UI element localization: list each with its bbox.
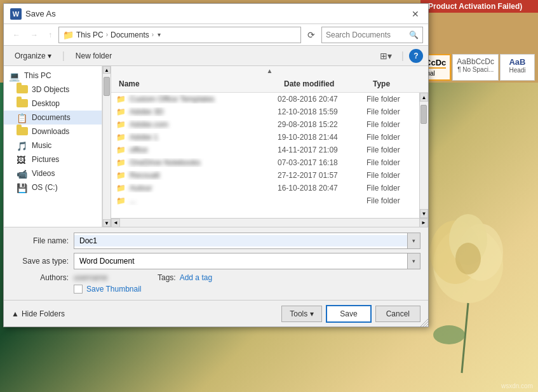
filename-input[interactable] — [74, 235, 407, 247]
file-list-header: Name Date modified Type — [111, 76, 428, 93]
footer-right: Tools ▾ Save Cancel — [281, 305, 420, 323]
svg-point-6 — [433, 325, 465, 344]
search-icon: 🔍 — [409, 30, 419, 39]
horiz-scroll-track[interactable] — [120, 219, 419, 227]
col-name-header[interactable]: Name — [116, 78, 281, 90]
add-tag-link[interactable]: Add a tag — [180, 273, 212, 282]
thumbnail-checkbox[interactable] — [74, 285, 83, 294]
sidebar-item-this-pc[interactable]: 💻 This PC — [4, 69, 102, 83]
help-button[interactable]: ? — [409, 49, 423, 63]
back-button[interactable]: ← — [9, 29, 24, 41]
filename-field-container: ▾ — [74, 233, 420, 249]
sidebar-scroll-up[interactable]: ▲ — [103, 66, 111, 74]
authors-label: Authors: — [11, 273, 69, 282]
cancel-button[interactable]: Cancel — [375, 306, 420, 322]
folder-icon: 📁 — [116, 120, 126, 129]
svg-line-9 — [426, 324, 428, 327]
authors-tags-row: Authors: username Tags: Add a tag — [11, 273, 420, 282]
style-heading[interactable]: AaB Headi — [500, 54, 535, 81]
filename-dropdown-arrow[interactable]: ▾ — [407, 233, 420, 248]
close-button[interactable]: ✕ — [409, 8, 422, 20]
folder-icon: 📁 — [116, 133, 126, 142]
sidebar-item-pictures[interactable]: 🖼 Pictures — [4, 152, 102, 166]
sidebar: 💻 This PC 3D Objects Desktop 📋 Documents… — [4, 66, 102, 227]
thumbnail-label[interactable]: Save Thumbnail — [86, 285, 142, 294]
search-box: 🔍 — [321, 27, 423, 43]
tools-button[interactable]: Tools ▾ — [281, 306, 322, 322]
tags-label: Tags: — [158, 273, 176, 282]
folder-icon: 📁 — [116, 196, 126, 205]
breadcrumb-this-pc[interactable]: This PC — [76, 30, 104, 39]
view-button[interactable]: ⊞▾ — [375, 48, 396, 64]
sidebar-item-music[interactable]: 🎵 Music — [4, 139, 102, 152]
forward-button[interactable]: → — [27, 29, 42, 41]
folder-icon: 📁 — [116, 95, 126, 104]
file-scroll-up[interactable]: ▲ — [420, 93, 428, 102]
svg-line-8 — [423, 321, 428, 327]
table-row[interactable]: 📁Recoualt27-12-2017 01:57File folder — [111, 169, 419, 182]
folder-icon: 📁 — [116, 145, 126, 154]
watermark: wsxdn.com — [501, 382, 533, 389]
filename-row: File name: ▾ — [11, 233, 420, 249]
table-row[interactable]: 📁Adobe.com29-08-2018 15:22File folder — [111, 118, 419, 131]
col-date-header[interactable]: Date modified — [281, 78, 370, 90]
footer: ▲ Hide Folders Tools ▾ Save Cancel — [4, 300, 428, 327]
hide-folders-button[interactable]: ▲ Hide Folders — [11, 309, 65, 318]
folder-icon: 📁 — [116, 158, 126, 167]
save-button[interactable]: Save — [326, 305, 371, 323]
folder-icon: 📁 — [116, 171, 126, 180]
activation-bar: (Product Activation Failed) — [420, 0, 538, 13]
search-input[interactable] — [326, 30, 407, 39]
table-row[interactable]: 📁office14-11-2017 21:09File folder — [111, 144, 419, 156]
sidebar-item-os-c[interactable]: 💾 OS (C:) — [4, 180, 102, 194]
savetype-dropdown-arrow[interactable]: ▾ — [407, 253, 420, 269]
svg-point-4 — [455, 243, 481, 274]
savetype-dropdown[interactable]: Word Document ▾ — [74, 253, 420, 269]
resize-handle[interactable] — [420, 319, 428, 327]
savetype-label: Save as type: — [11, 257, 69, 266]
file-area: ▲ Name Date modified Type 📁Custom Office… — [111, 66, 428, 227]
table-row[interactable]: 📁Adobe 119-10-2018 21:44File folder — [111, 131, 419, 144]
style-no-spacing[interactable]: AaBbCcDc ¶ No Spaci... — [452, 54, 499, 81]
toolbar: Organize ▾ | New folder ⊞▾ | ? — [4, 46, 428, 66]
refresh-button[interactable]: ⟳ — [304, 28, 319, 42]
horiz-scroll-left[interactable]: ◄ — [111, 219, 120, 227]
dialog-title: Save As — [25, 9, 56, 18]
folder-icon: 📁 — [116, 107, 126, 116]
sidebar-item-documents[interactable]: 📋 Documents — [4, 111, 102, 125]
up-button[interactable]: ↑ — [44, 29, 56, 41]
bottom-form: File name: ▾ Save as type: Word Document… — [4, 227, 428, 300]
filename-label: File name: — [11, 236, 69, 245]
breadcrumb-documents[interactable]: Documents — [111, 30, 149, 39]
title-bar: W Save As ✕ — [4, 4, 428, 24]
table-row[interactable]: 📁...File folder — [111, 194, 419, 207]
sidebar-item-downloads[interactable]: Downloads — [4, 125, 102, 139]
col-type-header[interactable]: Type — [370, 78, 423, 90]
breadcrumb: 📁 This PC › Documents › ▾ — [58, 27, 301, 43]
save-as-dialog: W Save As ✕ ← → ↑ 📁 This PC › Documents … — [3, 3, 429, 327]
sidebar-scroll-down[interactable]: ▼ — [103, 219, 111, 227]
sidebar-item-3d-objects[interactable]: 3D Objects — [4, 83, 102, 97]
file-list-scroll-up[interactable]: ▲ — [111, 66, 428, 76]
savetype-row: Save as type: Word Document ▾ — [11, 253, 420, 269]
breadcrumb-dropdown[interactable]: ▾ — [156, 31, 162, 38]
file-scroll-down[interactable]: ▼ — [420, 209, 428, 218]
organize-button[interactable]: Organize ▾ — [9, 49, 57, 63]
authors-value: username — [69, 273, 145, 282]
table-row[interactable]: 📁OneDrive Notebooks07-03-2017 16:18File … — [111, 156, 419, 169]
file-list: 📁Custom Office Templates02-08-2016 20:47… — [111, 93, 419, 218]
table-row[interactable]: 📁Custom Office Templates02-08-2016 20:47… — [111, 93, 419, 105]
sidebar-item-videos[interactable]: 📹 Videos — [4, 166, 102, 180]
folder-icon: 📁 — [116, 184, 126, 193]
table-row[interactable]: 📁Adobe 3D12-10-2018 15:59File folder — [111, 105, 419, 118]
horizontal-scrollbar: ◄ ► — [111, 218, 428, 227]
word-icon: W — [10, 8, 22, 20]
sidebar-item-desktop[interactable]: Desktop — [4, 97, 102, 111]
address-bar: ← → ↑ 📁 This PC › Documents › ▾ ⟳ 🔍 — [4, 24, 428, 46]
horiz-scroll-right[interactable]: ► — [419, 219, 428, 227]
new-folder-button[interactable]: New folder — [70, 49, 118, 63]
thumbnail-row: Save Thumbnail — [11, 285, 420, 294]
table-row[interactable]: 📁Autour16-10-2018 20:47File folder — [111, 182, 419, 194]
